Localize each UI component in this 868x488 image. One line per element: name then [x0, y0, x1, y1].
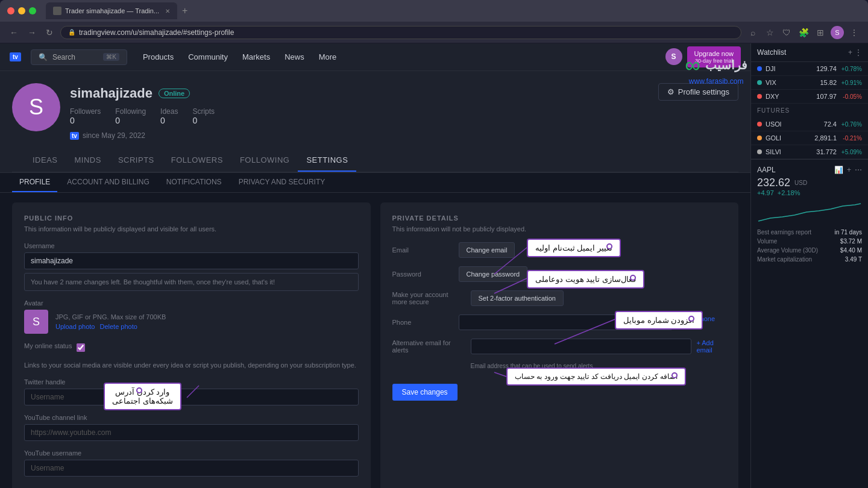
profile-avatar: S [12, 83, 60, 131]
farasib-brand: فراسیب [705, 58, 747, 72]
watchlist-item[interactable]: DXY 107.97 -0.05% [751, 90, 868, 104]
annotation-phone: افزودن شماره موبایل [615, 311, 703, 330]
sidebar-actions: + ⋮ [848, 48, 862, 57]
tab-title: Trader simahajizade — Tradin... [65, 7, 159, 14]
public-info-panel: PUBLIC INFO This information will be pub… [12, 202, 371, 488]
nav-news[interactable]: News [278, 49, 310, 65]
wi-change: +0.76% [837, 121, 862, 128]
name-change-note: You have 2 name changes left. Be thought… [24, 273, 359, 291]
wi-price: 72.4 [807, 120, 837, 128]
user-avatar-nav[interactable]: S [665, 48, 682, 65]
search-icon: 🔍 [39, 53, 48, 61]
nav-products[interactable]: Products [137, 49, 180, 65]
back-button[interactable]: ← [7, 27, 20, 39]
twofactor-button[interactable]: Set 2-factor authentication [471, 290, 564, 306]
youtube-username-input[interactable] [24, 460, 359, 477]
wi-price: 129.74 [807, 65, 837, 72]
aapl-stat-avg-volume: Average Volume (30D) $4.40 M [757, 246, 862, 255]
annotation-2fa-text: فعال‌سازی تایید هویت دوعاملی [535, 275, 636, 284]
online-status-checkbox[interactable] [77, 343, 85, 352]
aapl-add-icon[interactable]: + [847, 166, 851, 174]
add-watchlist-icon[interactable]: + [848, 48, 852, 57]
tab-close-icon[interactable]: ✕ [165, 8, 170, 14]
maximize-button[interactable] [29, 7, 36, 14]
profile-tabs: IDEAS MINDS SCRIPTS FOLLOWERS FOLLOWING … [12, 149, 738, 172]
address-bar[interactable]: 🔒 tradingview.com/u/simahajizade/#settin… [60, 26, 741, 39]
futures-item[interactable]: USOl 72.4 +0.76% [751, 117, 868, 131]
tv-header: tv 🔍 Search ⌘K Products Community Market… [0, 43, 750, 71]
subtab-notifications[interactable]: NOTIFICATIONS [159, 173, 229, 192]
refresh-button[interactable]: ↻ [43, 27, 55, 39]
upload-photo-link[interactable]: Upload photo [55, 323, 95, 330]
tab-minds[interactable]: MINDS [66, 149, 110, 172]
youtube-link-input[interactable] [24, 424, 359, 441]
close-button[interactable] [7, 7, 14, 14]
ideas-label: Ideas [160, 107, 178, 116]
twofactor-field-row: Make your account more secure Set 2-fact… [392, 290, 727, 306]
aapl-more-icon[interactable]: ⋯ [855, 166, 862, 174]
wi-name: GOLl [766, 134, 807, 142]
alt-email-label: Alternative email for alerts [392, 339, 465, 354]
active-tab[interactable]: Trader simahajizade — Tradin... ✕ [46, 2, 177, 19]
wi-dot [757, 136, 762, 140]
twitter-input[interactable] [24, 389, 359, 405]
search-bar[interactable]: 🔍 Search ⌘K [31, 49, 127, 65]
youtube-link-label: YouTube channel link [24, 414, 359, 421]
aapl-name[interactable]: AAPL [757, 166, 776, 174]
save-changes-button[interactable]: Save changes [392, 384, 458, 401]
farasib-logo-icon: ∞ [685, 54, 700, 76]
forward-button[interactable]: → [25, 27, 39, 39]
tab-scripts[interactable]: SCRIPTS [110, 149, 163, 172]
profile-settings-button[interactable]: ⚙ Profile settings [658, 83, 738, 101]
change-email-button[interactable]: Change email [459, 242, 515, 258]
username-input[interactable] [24, 252, 359, 269]
username-display: simahajizade [70, 86, 153, 101]
sidebar-header: Watchlist + ⋮ [751, 43, 868, 62]
settings-content: PUBLIC INFO This information will be pub… [0, 193, 750, 488]
grid-icon[interactable]: ⊞ [814, 26, 827, 39]
watchlist-container: DJI 129.74 +0.78% VIX 15.82 +0.91% DXY 1… [751, 62, 868, 104]
more-watchlist-icon[interactable]: ⋮ [855, 48, 862, 57]
extensions-icon[interactable]: 🧩 [797, 26, 810, 39]
alt-email-input[interactable] [471, 339, 692, 354]
wi-dot [757, 122, 762, 127]
tab-following[interactable]: FOLLOWING [231, 149, 298, 172]
nav-community[interactable]: Community [182, 49, 234, 65]
menu-icon[interactable]: ⋮ [848, 26, 861, 39]
futures-container: USOl 72.4 +0.76% GOLl 2,891.1 -0.21% SIL… [751, 117, 868, 159]
scripts-label: Scripts [192, 107, 215, 116]
avatar-letter: S [29, 95, 43, 120]
profile-banner: S simahajizade Online Followers 0 Follow… [0, 71, 750, 173]
subtab-profile[interactable]: PROFILE [12, 173, 57, 192]
subtab-privacy[interactable]: PRIVACY AND SECURITY [231, 173, 333, 192]
watchlist-item[interactable]: VIX 15.82 +0.91% [751, 76, 868, 90]
add-email-link[interactable]: + Add email [696, 339, 726, 354]
shield-icon[interactable]: 🛡 [780, 26, 793, 39]
delete-photo-link[interactable]: Delete photo [99, 323, 137, 330]
aapl-header: AAPL 📊 + ⋯ [757, 166, 862, 174]
bookmark-icon[interactable]: ☆ [763, 26, 776, 39]
futures-item[interactable]: GOLl 2,891.1 -0.21% [751, 131, 868, 145]
minimize-button[interactable] [18, 7, 25, 14]
avatar-details: JPG, GIF or PNG. Max size of 700KB Uploa… [55, 313, 166, 330]
futures-item[interactable]: SILVl 31.772 +5.09% [751, 145, 868, 159]
annotation-email-text: تغییر ایمیل ثبت‌نام اولیه [535, 243, 612, 252]
wi-dot [757, 66, 762, 71]
subtab-billing[interactable]: ACCOUNT AND BILLING [60, 173, 156, 192]
settings-icon: ⚙ [667, 87, 675, 96]
aapl-chart-icon[interactable]: 📊 [834, 166, 843, 174]
tab-ideas[interactable]: IDEAS [24, 149, 66, 172]
tab-followers[interactable]: FOLLOWERS [163, 149, 231, 172]
online-badge: Online [159, 89, 190, 98]
new-tab-button[interactable]: + [177, 5, 192, 16]
change-password-button[interactable]: Change password [459, 266, 528, 282]
tab-settings[interactable]: SETTINGS [298, 149, 356, 172]
since-text: since May 29, 2022 [83, 131, 145, 140]
watchlist-item[interactable]: DJI 129.74 +0.78% [751, 62, 868, 76]
search-toolbar-icon[interactable]: ⌕ [746, 26, 760, 39]
nav-more[interactable]: More [313, 49, 343, 65]
nav-markets[interactable]: Markets [236, 49, 276, 65]
twofactor-input-wrap: Set 2-factor authentication [471, 290, 727, 306]
wi-price: 107.97 [807, 93, 837, 100]
user-avatar-toolbar[interactable]: S [831, 26, 844, 39]
